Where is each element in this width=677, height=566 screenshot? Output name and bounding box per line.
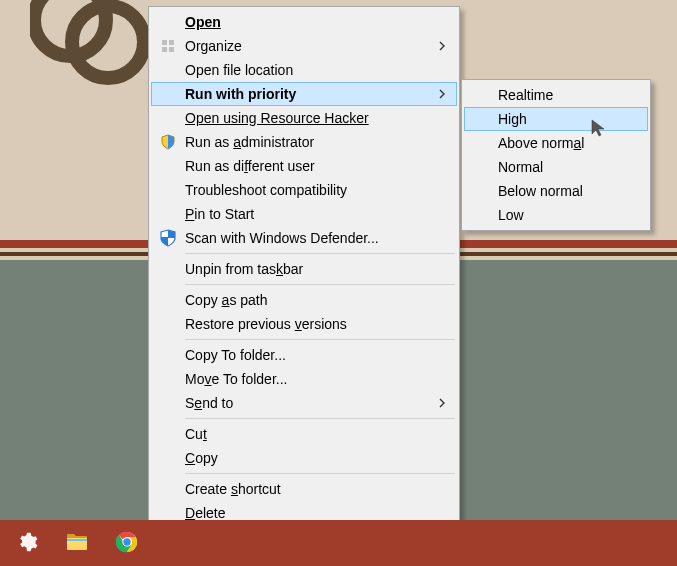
menu-troubleshoot-label: Troubleshoot compatibility: [185, 182, 347, 198]
taskbar-file-explorer[interactable]: [52, 520, 102, 566]
menu-open[interactable]: Open: [151, 10, 457, 34]
menu-separator: [185, 339, 455, 340]
menu-organize-label: Organize: [185, 38, 242, 54]
submenu-below-normal[interactable]: Below normal: [464, 179, 648, 203]
menu-restore-previous-label: Restore previous versions: [185, 316, 347, 332]
menu-run-as-diff-label: Run as different user: [185, 158, 315, 174]
menu-copy[interactable]: Copy: [151, 446, 457, 470]
submenu-realtime-label: Realtime: [498, 87, 553, 103]
submenu-above-normal[interactable]: Above normal: [464, 131, 648, 155]
svg-rect-3: [169, 40, 174, 45]
menu-send-to[interactable]: Send to: [151, 391, 457, 415]
menu-create-shortcut[interactable]: Create shortcut: [151, 477, 457, 501]
chevron-right-icon: [439, 395, 447, 411]
chevron-right-icon: [439, 86, 447, 102]
menu-organize[interactable]: Organize: [151, 34, 457, 58]
menu-pin-to-start-label: Pin to Start: [185, 206, 254, 222]
menu-copy-label: Copy: [185, 450, 218, 466]
svg-rect-4: [162, 47, 167, 52]
taskbar-chrome[interactable]: [102, 520, 152, 566]
submenu-high[interactable]: High: [464, 107, 648, 131]
menu-run-as-admin-label: Run as administrator: [185, 134, 314, 150]
menu-scan-defender-label: Scan with Windows Defender...: [185, 230, 379, 246]
svg-rect-2: [162, 40, 167, 45]
svg-rect-5: [169, 47, 174, 52]
submenu-below-normal-label: Below normal: [498, 183, 583, 199]
menu-copy-as-path-label: Copy as path: [185, 292, 268, 308]
menu-run-as-admin[interactable]: Run as administrator: [151, 130, 457, 154]
svg-rect-6: [161, 237, 168, 238]
submenu-realtime[interactable]: Realtime: [464, 83, 648, 107]
context-menu: Open Organize Open file location Run wit…: [148, 6, 460, 560]
menu-unpin-taskbar-label: Unpin from taskbar: [185, 261, 303, 277]
submenu-high-label: High: [498, 111, 527, 127]
menu-move-to-folder[interactable]: Move To folder...: [151, 367, 457, 391]
menu-open-file-location-label: Open file location: [185, 62, 293, 78]
menu-separator: [185, 284, 455, 285]
menu-cut-label: Cut: [185, 426, 207, 442]
menu-troubleshoot[interactable]: Troubleshoot compatibility: [151, 178, 457, 202]
taskbar: [0, 520, 677, 566]
chevron-right-icon: [439, 38, 447, 54]
menu-delete-label: Delete: [185, 505, 225, 521]
menu-cut[interactable]: Cut: [151, 422, 457, 446]
menu-copy-to-folder-label: Copy To folder...: [185, 347, 286, 363]
priority-submenu: Realtime High Above normal Normal Below …: [461, 79, 651, 231]
menu-scan-defender[interactable]: Scan with Windows Defender...: [151, 226, 457, 250]
menu-open-file-location[interactable]: Open file location: [151, 58, 457, 82]
submenu-normal-label: Normal: [498, 159, 543, 175]
svg-rect-10: [67, 539, 87, 541]
menu-separator: [185, 473, 455, 474]
gear-icon: [16, 531, 38, 556]
defender-shield-icon: [157, 227, 179, 249]
submenu-low[interactable]: Low: [464, 203, 648, 227]
menu-pin-to-start[interactable]: Pin to Start: [151, 202, 457, 226]
menu-separator: [185, 253, 455, 254]
menu-open-resource-hacker[interactable]: Open using Resource Hacker: [151, 106, 457, 130]
menu-run-with-priority-label: Run with priority: [185, 86, 296, 102]
menu-run-as-different-user[interactable]: Run as different user: [151, 154, 457, 178]
menu-open-rh-label: Open using Resource Hacker: [185, 110, 369, 126]
menu-move-to-folder-label: Move To folder...: [185, 371, 287, 387]
menu-unpin-taskbar[interactable]: Unpin from taskbar: [151, 257, 457, 281]
organize-icon: [157, 35, 179, 57]
folder-icon: [65, 531, 89, 556]
menu-create-shortcut-label: Create shortcut: [185, 481, 281, 497]
menu-run-with-priority[interactable]: Run with priority: [151, 82, 457, 106]
taskbar-settings[interactable]: [2, 520, 52, 566]
svg-point-13: [123, 538, 130, 545]
menu-separator: [185, 418, 455, 419]
submenu-normal[interactable]: Normal: [464, 155, 648, 179]
menu-copy-as-path[interactable]: Copy as path: [151, 288, 457, 312]
menu-copy-to-folder[interactable]: Copy To folder...: [151, 343, 457, 367]
chrome-icon: [116, 531, 138, 556]
svg-rect-9: [67, 537, 87, 550]
shield-admin-icon: [157, 131, 179, 153]
menu-send-to-label: Send to: [185, 395, 233, 411]
wallpaper-ornament: [30, 0, 150, 100]
menu-restore-previous[interactable]: Restore previous versions: [151, 312, 457, 336]
submenu-above-normal-label: Above normal: [498, 135, 584, 151]
submenu-low-label: Low: [498, 207, 524, 223]
